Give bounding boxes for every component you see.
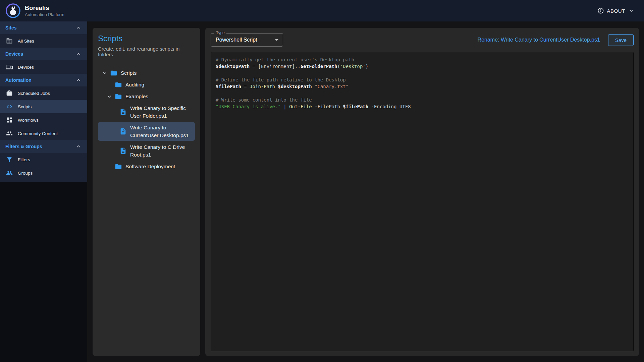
tree-label: Scripts [121,69,137,77]
chevron-up-icon [75,51,82,57]
sidebar-item-label: Filters [18,157,30,162]
sidebar-section-automation[interactable]: Automation [0,74,87,86]
folder-icon [115,93,122,100]
chevron-down-icon[interactable] [106,93,115,100]
file-icon [119,147,127,155]
sidebar-item-all-sites[interactable]: All Sites [0,34,87,48]
script-type-select[interactable]: Type Powershell Script [211,33,283,47]
code-icon [6,103,13,110]
tree-label: Write Canary to Specific User Folder.ps1 [130,104,190,120]
section-label: Automation [5,77,32,83]
section-label: Filters & Groups [5,144,42,149]
workflows-icon [6,117,13,123]
sidebar-item-community-content[interactable]: Community Content [0,127,87,140]
file-icon [119,108,127,116]
scripts-panel: Scripts Create, edit, and rearrange scri… [93,28,200,356]
sidebar-item-devices[interactable]: Devices [0,60,87,74]
scripts-panel-title: Scripts [98,34,195,43]
sidebar-item-groups[interactable]: Groups [0,166,87,180]
tree-file-write-canary-to-c-drive-root-ps1[interactable]: Write Canary to C Drive Root.ps1 [98,141,195,160]
sidebar: SitesAll SitesDevicesDevicesAutomationSc… [0,21,87,362]
file-icon [119,128,127,135]
sidebar-item-label: Devices [18,65,34,70]
sites-icon [6,38,13,44]
tree-file-write-canary-to-specific-user-folder-ps1[interactable]: Write Canary to Specific User Folder.ps1 [98,103,195,121]
sidebar-item-scripts[interactable]: Scripts [0,100,87,113]
brand-subtitle: Automation Platform [25,12,64,17]
community-icon [6,130,13,137]
tree-folder-scripts[interactable]: Scripts [98,67,195,78]
sidebar-section-filters-groups[interactable]: Filters & Groups [0,140,87,153]
arrow-drop-down-icon [273,36,281,44]
tree-folder-auditing[interactable]: Auditing [98,79,195,90]
topbar: Borealis Automation Platform ABOUT [0,0,644,21]
chevron-up-icon [75,24,82,31]
tree-label: Examples [125,93,148,100]
tree-label: Software Deployment [125,163,175,170]
code-line: # Dynamically get the current user's Des… [216,56,629,63]
filter-icon [6,156,13,163]
scripts-panel-subtitle: Create, edit, and rearrange scripts in f… [98,46,195,57]
sidebar-section-devices[interactable]: Devices [0,48,87,60]
chevron-up-icon [75,77,82,83]
code-line [216,70,629,76]
about-label: ABOUT [607,8,625,14]
brand-text: Borealis Automation Platform [25,5,64,17]
sidebar-section-sites[interactable]: Sites [0,21,87,34]
sidebar-item-scheduled-jobs[interactable]: Scheduled Jobs [0,86,87,100]
section-label: Devices [5,51,23,57]
borealis-logo-icon [5,3,21,18]
type-select-label: Type [214,31,226,35]
sidebar-item-label: Scheduled Jobs [18,91,50,96]
about-menu[interactable]: ABOUT [597,7,635,14]
tree-label: Write Canary to C Drive Root.ps1 [130,143,190,159]
rename-link[interactable]: Rename: Write Canary to CurrentUser Desk… [478,37,600,43]
toolbar-right: Rename: Write Canary to CurrentUser Desk… [478,34,634,46]
folder-icon [110,69,117,77]
chevron-down-icon[interactable] [101,70,110,76]
tree-label: Auditing [125,81,144,88]
code-line: # Define the file path relative to the D… [216,76,629,83]
code-line: "USER Canary is alive." | Out-File -File… [216,103,629,110]
code-line [216,90,629,97]
sidebar-item-filters[interactable]: Filters [0,153,87,166]
tree-file-write-canary-to-currentuser-desktop-ps1[interactable]: Write Canary to CurrentUser Desktop.ps1 [98,122,195,141]
tree-label: Write Canary to CurrentUser Desktop.ps1 [130,124,190,139]
code-line: # Write some content into the file [216,97,629,103]
content-area: Scripts Create, edit, and rearrange scri… [87,21,644,362]
devices-icon [6,64,13,70]
section-label: Sites [5,25,16,31]
sidebar-item-label: Community Content [18,131,58,136]
save-button[interactable]: Save [608,34,634,46]
brand: Borealis Automation Platform [5,3,64,18]
chevron-up-icon [75,143,82,150]
tree-folder-examples[interactable]: Examples [98,91,195,102]
groups-icon [6,170,13,176]
code-editor[interactable]: # Dynamically get the current user's Des… [211,52,634,351]
sidebar-item-workflows[interactable]: Workflows [0,113,87,127]
sidebar-item-label: Workflows [18,118,39,123]
app-root: Borealis Automation Platform ABOUT Sites… [0,0,644,362]
sidebar-item-label: All Sites [18,39,34,44]
tree-folder-software-deployment[interactable]: Software Deployment [98,161,195,172]
body-row: SitesAll SitesDevicesDevicesAutomationSc… [0,21,644,362]
folder-icon [115,81,122,88]
code-line: $desktopPath = [Environment]::GetFolderP… [216,63,629,70]
sidebar-item-label: Scripts [18,104,32,109]
brand-name: Borealis [25,5,64,12]
editor-toolbar: Type Powershell Script Rename: Write Can… [211,33,634,47]
chevron-down-icon [628,7,635,14]
folder-icon [115,163,122,170]
code-line: $filePath = Join-Path $desktopPath "Cana… [216,83,629,90]
editor-panel: Type Powershell Script Rename: Write Can… [205,28,639,356]
scripts-tree: ScriptsAuditingExamplesWrite Canary to S… [98,67,195,173]
sidebar-item-label: Groups [18,171,33,176]
sidebar-nav: SitesAll SitesDevicesDevicesAutomationSc… [0,21,87,182]
info-icon [597,7,604,14]
type-select-value: Powershell Script [216,37,271,43]
scheduled-jobs-icon [6,90,13,97]
